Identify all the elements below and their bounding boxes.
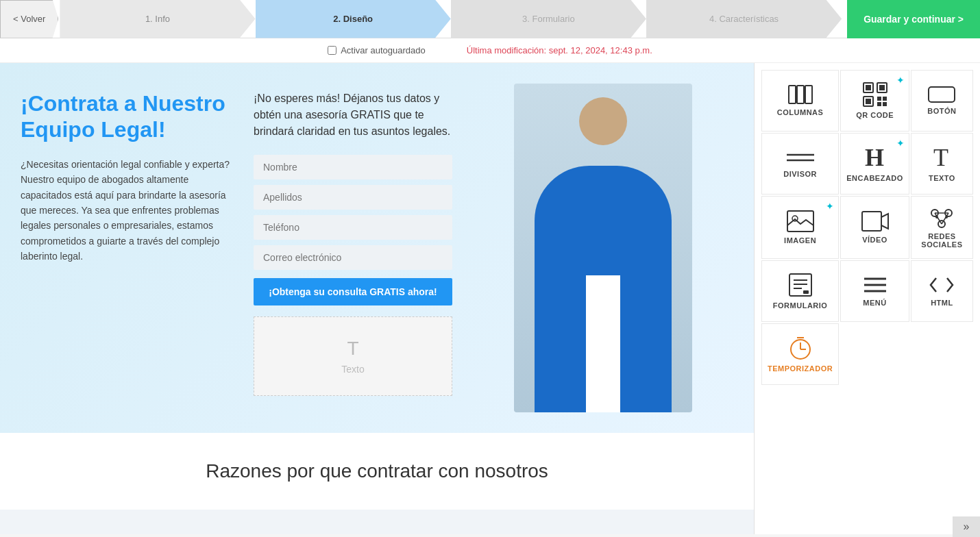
qr-icon [863,82,887,107]
autosave-label: Activar autoguardado [341,45,426,55]
svg-point-27 [935,216,938,218]
text-placeholder-label: Texto [341,364,364,375]
bottom-section: Razones por que contratar con nosotros [0,433,754,510]
subheader: Activar autoguardado Última modificación… [0,38,980,63]
hero-right [466,84,740,412]
timer-icon [788,336,813,360]
page-content: ¡Contrata a Nuestro Equipo Legal! ¿Neces… [0,63,754,510]
svg-rect-13 [929,87,955,102]
encabezado-icon: H [863,145,887,170]
panel-item-columnas[interactable]: COLUMNAS [761,70,839,132]
svg-rect-10 [883,97,887,101]
imagen-badge: ✦ [826,201,834,212]
menu-icon [863,275,887,295]
svg-rect-11 [877,102,881,106]
temporizador-label: TEMPORIZADOR [768,364,833,373]
video-label: VÍDEO [862,236,887,244]
divisor-icon [787,149,814,166]
svg-rect-33 [803,290,809,294]
hero-form-title: ¡No esperes más! Déjanos tus datos y obt… [254,90,452,140]
panel-item-html[interactable]: HTML [911,260,973,322]
nav-step-2[interactable]: 2. Diseño [256,0,451,38]
menu-label: MENÚ [863,299,886,307]
texto-label: TEXTO [929,174,955,182]
text-placeholder-block[interactable]: T Texto [254,316,452,396]
boton-label: BOTÓN [927,107,956,115]
canvas-area: ¡Contrata a Nuestro Equipo Legal! ¿Neces… [0,63,754,534]
svg-rect-12 [883,102,887,106]
columnas-label: COLUMNAS [777,108,824,116]
hero-description: ¿Necesitas orientación legal confiable y… [21,157,240,264]
formulario-label: FORMULARIO [773,301,828,310]
telefono-field[interactable] [254,215,452,240]
hero-center-form: ¡No esperes más! Déjanos tus datos y obt… [254,84,452,412]
top-navigation: < Volver 1. Info 2. Diseño 3. Formulario… [0,0,980,38]
video-icon [861,211,889,232]
correo-field[interactable] [254,245,452,270]
svg-text:T: T [933,145,948,170]
boton-icon [928,86,955,103]
svg-rect-4 [866,85,871,90]
side-panel: COLUMNAS ✦ QR CODE [754,63,980,534]
svg-rect-9 [877,97,881,101]
svg-rect-0 [789,86,796,103]
panel-item-imagen[interactable]: ✦ IMAGEN [761,196,839,259]
html-label: HTML [931,299,953,307]
person-shirt [586,275,620,412]
panel-item-redes[interactable]: REDES SOCIALES [911,196,973,259]
save-continue-button[interactable]: Guardar y continuar > [847,0,980,38]
formulario-icon [788,273,813,297]
panel-item-qr-code[interactable]: ✦ QR CODE [840,70,909,132]
nav-step-3[interactable]: 3. Formulario [451,0,646,38]
encabezado-label: ENCABEZADO [846,174,903,182]
panel-item-boton[interactable]: BOTÓN [911,70,973,132]
main-layout: ¡Contrata a Nuestro Equipo Legal! ¿Neces… [0,63,980,534]
hero-person-image [514,84,692,412]
person-head [579,97,627,145]
columns-icon [788,85,813,104]
bottom-title: Razones por que contratar con nosotros [14,460,740,482]
hero-title: ¡Contrata a Nuestro Equipo Legal! [21,90,240,143]
expand-panel-button[interactable]: » [953,516,980,534]
svg-rect-8 [866,99,871,104]
hero-left: ¡Contrata a Nuestro Equipo Legal! ¿Neces… [21,84,240,412]
nombre-field[interactable] [254,155,452,179]
panel-item-formulario[interactable]: FORMULARIO [761,260,839,322]
redes-label: REDES SOCIALES [917,232,967,249]
panel-item-encabezado[interactable]: ✦ H ENCABEZADO [840,133,909,195]
panel-item-video[interactable]: VÍDEO [840,196,909,259]
nav-step-4[interactable]: 4. Características [646,0,842,38]
redes-icon [928,206,955,228]
autosave-checkbox[interactable] [328,46,336,55]
nav-step-1[interactable]: 1. Info [60,0,255,38]
hero-section: ¡Contrata a Nuestro Equipo Legal! ¿Neces… [0,63,754,433]
svg-rect-18 [787,211,813,232]
autosave-area: Activar autoguardado [328,45,426,55]
divisor-label: DIVISOR [783,170,817,178]
svg-rect-20 [862,212,881,231]
qr-label: QR CODE [856,111,894,119]
apellidos-field[interactable] [254,185,452,210]
svg-rect-6 [879,85,885,90]
svg-rect-1 [797,86,804,103]
svg-text:H: H [865,145,884,170]
html-icon [929,275,954,295]
panel-item-texto[interactable]: T TEXTO [911,133,973,195]
qr-badge: ✦ [896,75,905,86]
svg-rect-2 [805,86,812,103]
person-body [535,166,672,412]
imagen-icon [787,210,814,232]
nav-steps: 1. Info 2. Diseño 3. Formulario 4. Carac… [60,0,842,38]
imagen-label: IMAGEN [784,236,816,245]
panel-item-menu[interactable]: MENÚ [840,260,909,322]
back-button[interactable]: < Volver [0,0,58,38]
last-modified-label: Última modificación: sept. 12, 2024, 12:… [467,45,652,55]
text-placeholder-icon: T [347,338,358,360]
panel-item-divisor[interactable]: DIVISOR [761,133,839,195]
panel-item-temporizador[interactable]: TEMPORIZADOR [761,323,839,385]
encabezado-badge: ✦ [896,138,905,149]
cta-button[interactable]: ¡Obtenga su consulta GRATIS ahora! [254,278,452,305]
svg-point-28 [945,216,948,218]
texto-icon: T [929,145,954,170]
